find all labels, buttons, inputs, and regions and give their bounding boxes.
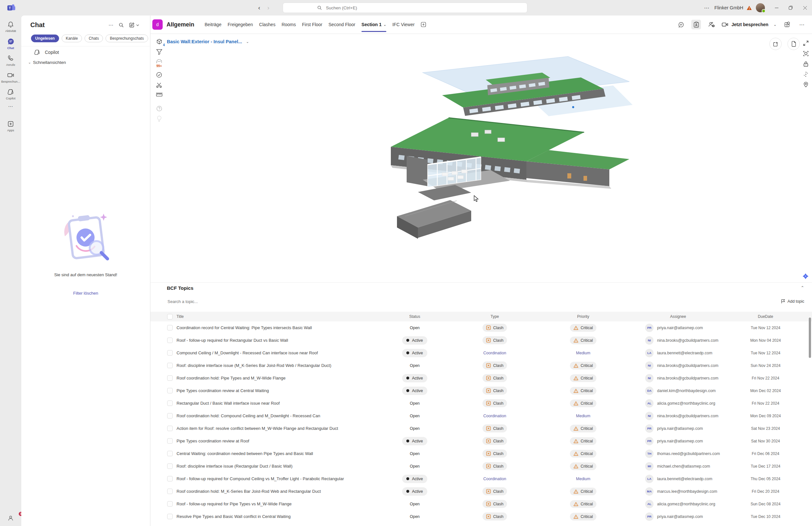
topic-title[interactable]: Roof - follow-up required for Rectangula… [176, 338, 390, 343]
topic-title[interactable]: Resolve Pipe Types and Basic Wall confli… [176, 514, 390, 519]
table-row[interactable]: Compound Ceiling / M_Downlight - Recesse… [150, 347, 812, 359]
rail-item-activity[interactable]: Aktivität [0, 19, 21, 35]
tab-freigegeben[interactable]: Freigegeben [228, 15, 253, 34]
row-checkbox[interactable] [167, 451, 173, 456]
nav-forward-icon[interactable]: › [267, 4, 269, 12]
tab-rooms[interactable]: Rooms [281, 15, 295, 34]
channel-more-icon[interactable]: ⋯ [797, 20, 807, 29]
assignee-email[interactable]: nina.brooks@gcbuildpartners.com [657, 376, 719, 380]
tab-beitraege[interactable]: Beiträge [205, 15, 221, 34]
assignee-email[interactable]: priya.nair@atlasmep.com [657, 439, 703, 443]
topic-title[interactable]: Compound Ceiling / M_Downlight - Recesse… [176, 350, 390, 355]
filter-pill-meeting-chats[interactable]: Besprechungschats [105, 34, 148, 42]
table-row[interactable]: Roof coordination hold: Compound Ceiling… [150, 409, 812, 422]
tab-first-floor[interactable]: First Floor [302, 15, 322, 34]
col-assignee[interactable]: Assignee [617, 314, 739, 319]
row-checkbox[interactable] [167, 338, 173, 343]
clear-filter-link[interactable]: Filter löschen [21, 291, 150, 296]
assignee-email[interactable]: daniel.kim@northbaydesign.com [657, 389, 716, 393]
table-row[interactable]: Roof - follow-up required for Rectangula… [150, 334, 812, 347]
assignee-email[interactable]: priya.nair@atlasmep.com [657, 326, 703, 330]
fullscreen-icon[interactable] [803, 40, 809, 46]
row-checkbox[interactable] [167, 413, 173, 419]
col-status[interactable]: Status [390, 314, 440, 319]
model-3d[interactable] [374, 53, 633, 253]
assignee-email[interactable]: alicia.gomez@northbayclinic.org [657, 401, 715, 406]
maximize-button[interactable] [784, 0, 798, 15]
topic-title[interactable]: Roof - follow-up required for Compound C… [176, 476, 390, 481]
table-row[interactable]: Coordination record for Central Waiting:… [150, 321, 812, 334]
assignee-email[interactable]: marcus.lee@northbaydesign.com [657, 489, 717, 494]
table-row[interactable]: Roof - follow-up required for Compound C… [150, 472, 812, 485]
rail-item-apps[interactable]: Apps [0, 118, 21, 135]
table-row[interactable]: Roof coordination hold: M_K-Series Bar J… [150, 485, 812, 498]
rail-item-copilot[interactable]: Copilot [0, 86, 21, 103]
table-row[interactable]: Roof: discipline interface issue (M_K-Se… [150, 359, 812, 372]
filter-icon[interactable] [156, 47, 162, 57]
assignee-email[interactable]: nina.brooks@gcbuildpartners.com [657, 338, 719, 343]
row-checkbox[interactable] [167, 488, 173, 494]
table-row[interactable]: Rectangular Duct / Basic Wall interface … [150, 397, 812, 409]
col-duedate[interactable]: DueDate [739, 314, 792, 319]
assignee-email[interactable]: priya.nair@atlasmep.com [657, 514, 703, 519]
assignee-email[interactable]: thomas.reed@gcbuildpartners.com [657, 451, 720, 456]
row-checkbox[interactable] [167, 325, 173, 331]
rail-more-icon[interactable]: ⋯ [0, 103, 21, 112]
org-name[interactable]: Flinker GmbH [714, 5, 743, 10]
minimize-button[interactable] [769, 0, 784, 15]
topics-panel-toggle[interactable] [691, 20, 701, 29]
location-pin-icon[interactable] [803, 82, 809, 87]
select-all-checkbox[interactable] [167, 314, 173, 320]
nav-back-icon[interactable]: ‹ [258, 4, 260, 12]
chat-search-icon[interactable] [119, 23, 124, 28]
topic-title[interactable]: Coordination record for Central Waiting:… [176, 325, 390, 330]
topic-title[interactable]: Roof coordination hold: Pipe Types and M… [176, 376, 390, 380]
add-people-icon[interactable] [707, 20, 716, 29]
assignee-email[interactable]: alicia.gomez@northbayclinic.org [657, 502, 715, 506]
table-row[interactable]: Resolve Pipe Types and Basic Wall confli… [150, 510, 812, 523]
channel-chat-icon[interactable] [676, 20, 686, 29]
warning-icon[interactable] [746, 5, 752, 10]
rail-item-meetings[interactable]: Besprechun... [0, 69, 21, 86]
tab-ifc-viewer[interactable]: IFC Viewer [392, 15, 415, 34]
row-checkbox[interactable] [167, 400, 173, 406]
assignee-email[interactable]: nina.brooks@gcbuildpartners.com [657, 363, 719, 368]
titlebar-more-icon[interactable]: ⋯ [700, 5, 714, 11]
rail-item-chat[interactable]: Chat [0, 35, 21, 53]
user-avatar[interactable] [756, 3, 765, 12]
topic-title[interactable]: Pipe Types coordination review at Centra… [176, 388, 390, 393]
share-view-button[interactable] [769, 38, 782, 50]
team-avatar[interactable]: d [152, 19, 163, 30]
col-type[interactable]: Type [440, 314, 550, 319]
channel-name[interactable]: Allgemein [166, 21, 194, 28]
topic-search-input[interactable] [167, 299, 781, 304]
fit-model-icon[interactable] [803, 51, 809, 57]
table-row[interactable]: Pipe Types coordination review at Roof A… [150, 435, 812, 447]
topic-title[interactable]: Roof - follow-up required for Pipe Types… [176, 501, 390, 506]
section-quick-views[interactable]: ⌄ Schnellansichten [21, 58, 150, 67]
new-chat-icon[interactable] [129, 22, 139, 28]
table-row[interactable]: Roof coordination hold: Pipe Types and M… [150, 372, 812, 384]
row-checkbox[interactable] [167, 476, 173, 481]
model-tree-icon[interactable]: 4 [156, 36, 163, 47]
topic-title[interactable]: Roof coordination hold: M_K-Series Bar J… [176, 489, 390, 494]
table-row[interactable]: Roof - follow-up required for Pipe Types… [150, 498, 812, 510]
add-topic-button[interactable]: Add topic [781, 299, 804, 304]
help-icon[interactable] [156, 104, 162, 114]
global-search[interactable] [283, 3, 527, 13]
assignee-email[interactable]: michael.chen@atlasmep.com [657, 464, 710, 469]
lock-icon[interactable] [803, 61, 809, 67]
topic-title[interactable]: Rectangular Duct / Basic Wall interface … [176, 401, 390, 406]
collapse-panel-icon[interactable]: ⌃ [801, 285, 804, 290]
row-checkbox[interactable] [167, 501, 173, 507]
table-row[interactable]: Roof: discipline interface issue (Rectan… [150, 460, 812, 472]
topic-title[interactable]: Pipe Types coordination review at Roof [176, 439, 390, 443]
close-button[interactable] [798, 0, 812, 15]
row-checkbox[interactable] [167, 514, 173, 519]
tab-second-floor[interactable]: Second Floor [329, 15, 355, 34]
assignee-email[interactable]: laura.bennett@electraedp.com [657, 477, 712, 481]
topic-title[interactable]: Action item for Roof: resolve conflict b… [176, 426, 390, 431]
chat-more-icon[interactable]: ⋯ [108, 22, 114, 28]
rail-item-calls[interactable]: Anrufe [0, 53, 21, 69]
row-checkbox[interactable] [167, 426, 173, 431]
